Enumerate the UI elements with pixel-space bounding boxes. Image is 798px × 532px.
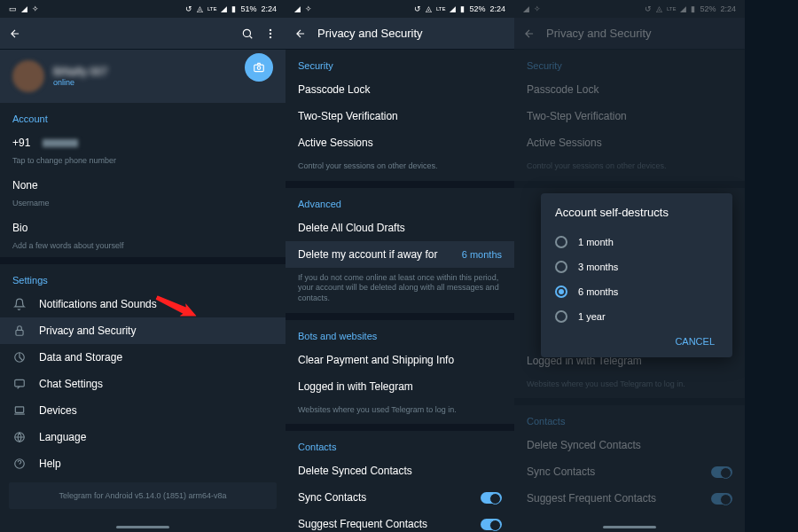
profile-status: online [53,78,107,87]
clock: 2:24 [261,4,277,13]
suggest-toggle[interactable] [711,493,732,505]
status-bar: ▭ ◢ ✧ ↺ ◬ LTE ◢ ▮ 51% 2:24 [0,0,286,18]
bots-desc: Websites where you used Telegram to log … [286,400,514,425]
topbar: Privacy and Security [514,18,745,50]
logged-in-row[interactable]: Logged in with Telegram [286,373,514,400]
sync-toggle[interactable] [481,492,502,504]
security-desc: Control your sessions on other devices. [514,156,745,181]
radio-icon [555,236,567,248]
username-row[interactable]: None [0,172,286,199]
nav-pill[interactable] [116,526,169,528]
bio-row[interactable]: Bio [0,215,286,241]
delete-account-row[interactable]: Delete my account if away for6 months [286,241,514,268]
misc-icon: ✧ [32,4,39,13]
cancel-button[interactable]: CANCEL [555,329,718,350]
svg-rect-6 [16,330,23,335]
sidebar-item-devices[interactable]: Devices [0,397,286,424]
call-icon: ↺ [185,4,192,13]
wifi-icon: ◬ [197,4,203,13]
topbar: Privacy and Security [286,18,514,50]
delete-drafts-row[interactable]: Delete All Cloud Drafts [286,215,514,241]
security-label: Security [286,50,514,76]
delete-contacts-row[interactable]: Delete Synced Contacts [514,432,745,458]
username-sub: Username [0,199,286,215]
svg-point-5 [257,66,261,70]
battery-icon: ▮ [231,4,236,13]
help-icon [12,458,27,470]
notif-icon: ▭ [9,4,17,13]
bell-icon [12,298,27,310]
phone-row[interactable]: +91 [0,129,286,156]
radio-1year[interactable]: 1 year [555,304,718,329]
globe-icon [12,431,27,443]
sidebar-item-notifications[interactable]: Notifications and Sounds [0,291,286,317]
sidebar-item-privacy[interactable]: Privacy and Security [0,317,286,344]
svg-point-2 [270,32,271,34]
bots-label: Bots and websites [286,320,514,347]
sync-contacts-row[interactable]: Sync Contacts [286,484,514,511]
bio-sub: Add a few words about yourself [0,241,286,257]
passcode-row[interactable]: Passcode Lock [514,76,745,103]
signal-icon: ◢ [221,4,227,13]
radio-icon [555,310,567,323]
lock-icon [12,325,27,337]
privacy-panel: ◢✧ ↺◬LTE◢▮52%2:24 Privacy and Security S… [286,0,514,532]
phone-sub: Tap to change phone number [0,156,286,172]
status-bar: ◢✧ ↺◬LTE◢▮52%2:24 [286,0,514,18]
suggest-contacts-row[interactable]: Suggest Frequent Contacts [286,511,514,532]
bots-desc: Websites where you used Telegram to log … [514,374,745,399]
page-title: Privacy and Security [317,27,505,40]
svg-rect-4 [254,65,264,72]
chat-icon [12,378,27,390]
settings-panel: ▭ ◢ ✧ ↺ ◬ LTE ◢ ▮ 51% 2:24 BiNafly 007 o… [0,0,286,532]
svg-rect-8 [15,379,25,387]
sidebar-item-data[interactable]: Data and Storage [0,344,286,371]
topbar [0,18,286,50]
sidebar-item-chat[interactable]: Chat Settings [0,371,286,397]
back-icon[interactable] [9,27,21,40]
more-icon[interactable] [264,27,277,40]
radio-6months[interactable]: 6 months [555,279,718,304]
sync-contacts-row[interactable]: Sync Contacts [514,458,745,485]
search-icon[interactable] [241,27,254,40]
sessions-row[interactable]: Active Sessions [286,129,514,156]
radio-3months[interactable]: 3 months [555,254,718,279]
back-icon[interactable] [523,27,536,40]
account-label: Account [0,103,286,129]
nav-pill[interactable] [603,526,656,528]
advanced-desc: If you do not come online at least once … [286,268,514,313]
contacts-label: Contacts [514,405,745,432]
sidebar-item-help[interactable]: Help [0,450,286,477]
twostep-row[interactable]: Two-Step Verification [286,103,514,129]
contacts-label: Contacts [286,431,514,458]
suggest-contacts-row[interactable]: Suggest Frequent Contacts [514,485,745,512]
dialog-title: Account self-destructs [555,206,718,219]
delete-contacts-row[interactable]: Delete Synced Contacts [286,458,514,484]
advanced-label: Advanced [286,188,514,215]
passcode-row[interactable]: Passcode Lock [286,76,514,103]
radio-icon [555,286,567,298]
net-label: LTE [207,6,217,12]
battery-pct: 51% [240,4,256,13]
back-icon[interactable] [294,27,307,40]
svg-point-1 [270,28,271,30]
svg-rect-9 [15,407,23,412]
radio-1month[interactable]: 1 month [555,230,718,254]
status-bar: ◢✧ ↺◬LTE◢▮52%2:24 [514,0,745,18]
sync-toggle[interactable] [711,466,732,478]
clear-payment-row[interactable]: Clear Payment and Shipping Info [286,347,514,373]
security-label: Security [514,50,745,76]
profile-header[interactable]: BiNafly 007 online [0,50,286,103]
twostep-row[interactable]: Two-Step Verification [514,103,745,129]
laptop-icon [12,404,27,417]
self-destruct-dialog: Account self-destructs 1 month 3 months … [541,193,732,357]
sessions-row[interactable]: Active Sessions [514,129,745,156]
pie-icon [12,351,27,364]
sidebar-item-language[interactable]: Language [0,424,286,450]
suggest-toggle[interactable] [481,519,502,530]
page-title: Privacy and Security [546,27,736,40]
camera-fab[interactable] [245,53,273,82]
radio-icon [555,261,567,273]
profile-name: BiNafly 007 [53,66,107,78]
svg-point-3 [270,35,271,37]
